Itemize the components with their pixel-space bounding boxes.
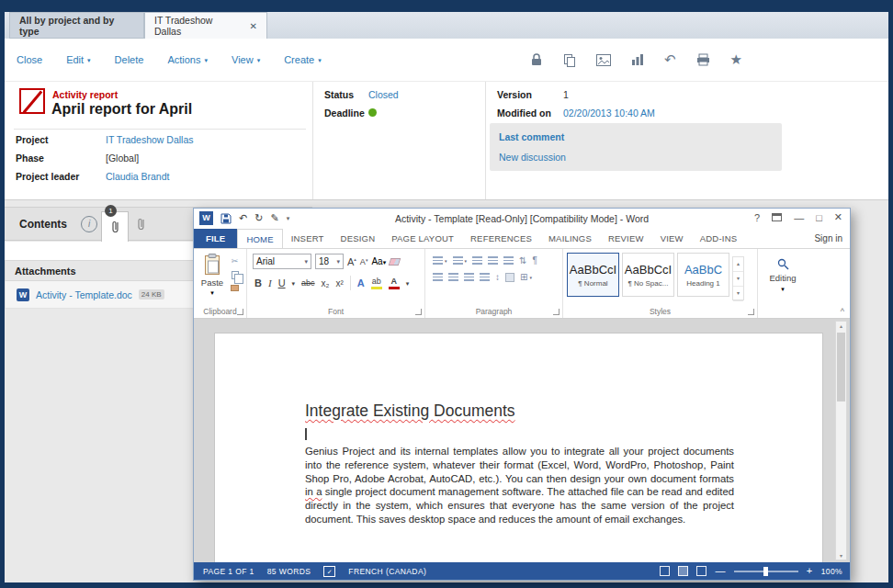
editing-button[interactable]: Editing ▾ [758, 249, 808, 292]
scroll-up-icon[interactable]: ▴ [733, 257, 743, 272]
menu-actions[interactable]: Actions▾ [167, 54, 208, 65]
decrease-indent-icon[interactable] [488, 256, 498, 266]
new-discussion-link[interactable]: New discussion [499, 152, 566, 163]
close-icon[interactable]: ✕ [834, 211, 842, 223]
collapse-ribbon-icon[interactable]: ^ [841, 307, 844, 316]
style-no-spacing[interactable]: AaBbCcI ¶ No Spac... [622, 253, 674, 297]
zoom-in-button[interactable]: + [807, 566, 813, 576]
text-effects-button[interactable]: A [357, 277, 365, 288]
pen-mode-icon[interactable]: ✎ [270, 212, 278, 224]
attachments-tab-button[interactable] [101, 211, 129, 242]
chart-icon[interactable] [631, 53, 644, 66]
tab-it-tradeshow-dallas[interactable]: IT Tradeshow Dallas ✕ [144, 12, 267, 39]
clear-formatting-icon[interactable] [389, 258, 401, 266]
lock-icon[interactable] [530, 52, 543, 67]
sign-in-link[interactable]: Sign in [814, 229, 842, 248]
format-painter-icon[interactable] [231, 285, 239, 291]
align-right-icon[interactable] [464, 273, 474, 282]
tab-all-by-project[interactable]: All by project and by type [9, 12, 144, 39]
language-indicator[interactable]: FRENCH (CANADA) [348, 567, 426, 576]
borders-icon[interactable]: ⊞ [520, 273, 527, 282]
menu-delete[interactable]: Delete [115, 54, 144, 65]
tab-design[interactable]: DESIGN [333, 229, 384, 248]
info-icon[interactable]: i [81, 216, 97, 232]
menu-create[interactable]: Create▾ [284, 54, 322, 65]
cut-icon[interactable]: ✂ [232, 256, 239, 266]
proofing-status-icon[interactable]: ✓ [323, 566, 335, 577]
tab-mailings[interactable]: MAILINGS [540, 229, 600, 248]
line-spacing-icon[interactable]: ↕ [495, 273, 500, 282]
zoom-slider[interactable] [734, 571, 798, 572]
document-paragraph[interactable]: Genius Project and its internal template… [305, 445, 734, 526]
maximize-icon[interactable]: □ [816, 212, 822, 223]
increase-indent-icon[interactable] [503, 256, 514, 266]
last-comment-link[interactable]: Last comment [499, 131, 564, 142]
document-page[interactable]: Integrate Existing Documents Genius Proj… [214, 333, 823, 562]
zoom-percentage[interactable]: 100% [821, 567, 842, 576]
undo-icon[interactable]: ↶ [239, 212, 247, 224]
scroll-up-icon[interactable]: ▴ [836, 322, 846, 329]
web-layout-icon[interactable] [696, 566, 706, 576]
customize-qat-icon[interactable]: ▾ [287, 215, 290, 221]
copy-icon[interactable] [563, 53, 576, 67]
print-icon[interactable] [696, 53, 710, 66]
bullet-list-icon[interactable] [433, 256, 443, 266]
dialog-launcher-icon[interactable] [415, 309, 422, 315]
font-name-combobox[interactable]: Arial ▾ [253, 254, 311, 269]
word-count-indicator[interactable]: 85 WORDS [267, 567, 311, 576]
align-left-icon[interactable] [433, 273, 443, 282]
project-leader-value-link[interactable]: Claudia Brandt [106, 171, 169, 182]
undo-icon[interactable]: ↶ [664, 51, 676, 68]
italic-button[interactable]: I [268, 277, 272, 288]
minimize-icon[interactable]: — [794, 212, 804, 223]
justify-icon[interactable] [480, 273, 490, 282]
image-card-icon[interactable] [596, 54, 611, 66]
menu-view[interactable]: View▾ [232, 54, 260, 65]
paste-button[interactable]: Paste ▾ [197, 254, 228, 296]
star-icon[interactable]: ★ [730, 51, 742, 68]
highlight-color-button[interactable]: ab [371, 277, 382, 289]
bold-button[interactable]: B [254, 277, 262, 288]
word-title-bar[interactable]: W ↶ ↻ ✎ ▾ Activity - Template [Read-Only… [194, 209, 850, 229]
document-heading[interactable]: Integrate Existing Documents [305, 401, 515, 421]
tab-view[interactable]: VIEW [652, 229, 692, 248]
numbered-list-icon[interactable] [453, 256, 463, 266]
style-heading-1[interactable]: AaBbC Heading 1 [677, 253, 729, 297]
underline-button[interactable]: U [278, 277, 286, 288]
dialog-launcher-icon[interactable] [553, 309, 560, 315]
save-icon[interactable] [220, 213, 232, 224]
links-tab-button[interactable] [136, 217, 146, 235]
superscript-button[interactable]: x² [336, 278, 344, 288]
tab-references[interactable]: REFERENCES [462, 229, 540, 248]
print-layout-icon[interactable] [678, 566, 688, 576]
zoom-slider-thumb[interactable] [763, 567, 768, 576]
tab-add-ins[interactable]: ADD-INS [692, 229, 745, 248]
dialog-launcher-icon[interactable] [237, 309, 243, 315]
tab-page-layout[interactable]: PAGE LAYOUT [383, 229, 462, 248]
change-case-button[interactable]: Aa▾ [371, 256, 386, 266]
style-normal[interactable]: AaBbCcI ¶ Normal [567, 253, 619, 297]
dialog-launcher-icon[interactable] [748, 309, 754, 315]
font-color-button[interactable]: A [389, 277, 400, 289]
ribbon-display-options-icon[interactable] [772, 213, 782, 221]
grow-font-button[interactable]: A▴ [347, 256, 356, 267]
multilevel-list-icon[interactable] [472, 256, 482, 266]
tab-file[interactable]: FILE [194, 229, 237, 248]
tab-insert[interactable]: INSERT [283, 229, 333, 248]
menu-edit[interactable]: Edit▾ [66, 54, 90, 65]
menu-close[interactable]: Close [17, 54, 42, 65]
tab-home[interactable]: HOME [237, 229, 282, 248]
more-styles-icon[interactable]: ▾ [733, 287, 743, 301]
scroll-down-icon[interactable]: ▾ [733, 272, 743, 287]
close-tab-icon[interactable]: ✕ [250, 21, 257, 31]
subscript-button[interactable]: x₂ [322, 278, 330, 288]
redo-icon[interactable]: ↻ [254, 212, 263, 224]
shading-icon[interactable] [505, 273, 514, 282]
copy-icon[interactable] [232, 271, 239, 279]
page-count-indicator[interactable]: PAGE 1 OF 1 [203, 567, 254, 576]
help-icon[interactable]: ? [754, 212, 760, 223]
tab-review[interactable]: REVIEW [600, 229, 652, 248]
align-center-icon[interactable] [448, 273, 458, 282]
read-mode-icon[interactable] [660, 566, 670, 576]
attachment-name-link[interactable]: Activity - Template.doc [36, 289, 132, 300]
